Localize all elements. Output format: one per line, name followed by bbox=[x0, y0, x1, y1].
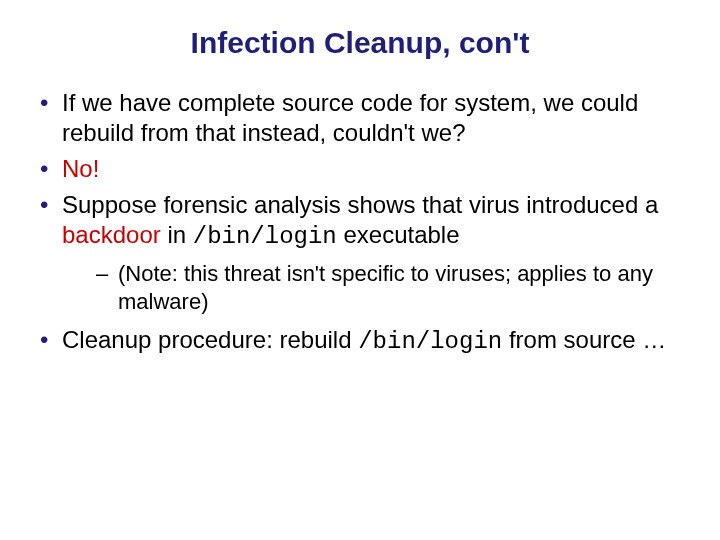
bullet-3-text-c: in bbox=[161, 221, 193, 248]
bullet-2: No! bbox=[40, 154, 680, 184]
bullet-3-text-a: Suppose forensic analysis shows that vir… bbox=[62, 191, 658, 218]
bullet-3-path: /bin/login bbox=[193, 223, 337, 250]
slide: Infection Cleanup, con't If we have comp… bbox=[0, 0, 720, 383]
sub-bullet-1-text: (Note: this threat isn't specific to vir… bbox=[118, 261, 653, 314]
bullet-3-text-e: executable bbox=[337, 221, 460, 248]
bullet-3: Suppose forensic analysis shows that vir… bbox=[40, 190, 680, 315]
slide-title: Infection Cleanup, con't bbox=[40, 26, 680, 60]
bullet-list: If we have complete source code for syst… bbox=[40, 88, 680, 357]
sub-bullet-1: (Note: this threat isn't specific to vir… bbox=[96, 260, 680, 315]
sub-list: (Note: this threat isn't specific to vir… bbox=[62, 260, 680, 315]
bullet-4-text-c: from source … bbox=[502, 326, 666, 353]
bullet-4: Cleanup procedure: rebuild /bin/login fr… bbox=[40, 325, 680, 357]
bullet-4-path: /bin/login bbox=[358, 328, 502, 355]
bullet-1-text: If we have complete source code for syst… bbox=[62, 89, 638, 146]
bullet-4-text-a: Cleanup procedure: rebuild bbox=[62, 326, 358, 353]
bullet-1: If we have complete source code for syst… bbox=[40, 88, 680, 148]
bullet-3-backdoor: backdoor bbox=[62, 221, 161, 248]
bullet-2-text: No! bbox=[62, 155, 99, 182]
